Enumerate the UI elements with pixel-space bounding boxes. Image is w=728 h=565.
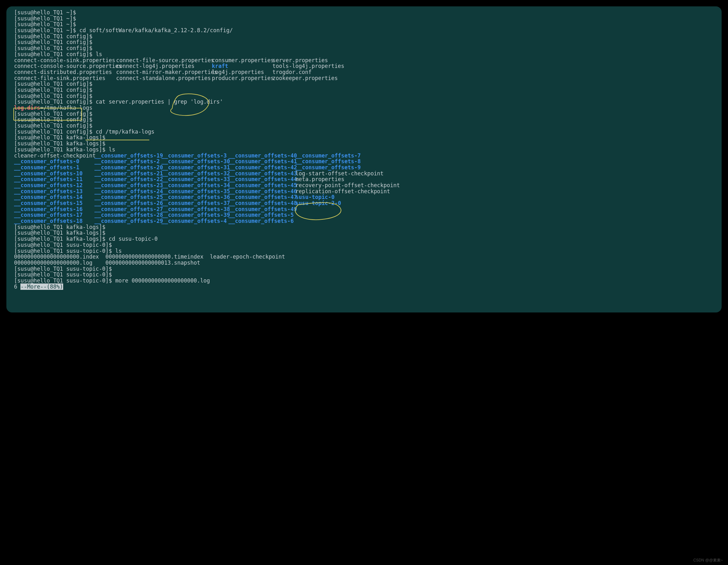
prompt-line: [susu@hello_TQ1 config]$ (14, 111, 714, 117)
directory-entry: __consumer_offsets-23 (94, 182, 163, 189)
file-entry: connect-file-sink.properties (14, 75, 106, 81)
ls-row: connect-console-source.propertiesconnect… (14, 63, 714, 69)
file-entry: connect-distributed.properties (14, 69, 112, 75)
ls-row: __consumer_offsets-15__consumer_offsets-… (14, 200, 714, 206)
prompt-line: [susu@hello_TQ1 susu-topic-0]$ (14, 266, 714, 272)
ls-row: __consumer_offsets-11__consumer_offsets-… (14, 176, 714, 182)
directory-entry: __consumer_offsets-45 (228, 182, 297, 189)
directory-entry: susu-topic-0 (295, 194, 335, 200)
directory-entry: __consumer_offsets-17 (14, 212, 83, 218)
directory-entry: __consumer_offsets-47 (228, 194, 297, 200)
file-entry: cleaner-offset-checkpoint (14, 152, 96, 159)
directory-entry: __consumer_offsets-13 (14, 188, 83, 195)
ls-row: cleaner-offset-checkpoint__consumer_offs… (14, 153, 714, 159)
directory-entry: __consumer_offsets-15 (14, 200, 83, 206)
file-entry: connect-console-source.properties (14, 63, 122, 69)
prompt-line: [susu@hello_TQ1 susu-topic-0]$ (14, 242, 714, 248)
directory-entry: __consumer_offsets-25 (94, 194, 163, 200)
directory-entry: __consumer_offsets-48 (228, 200, 297, 206)
prompt-line: [susu@hello_TQ1 config]$ (14, 123, 714, 129)
file-entry: tools-log4j.properties (272, 63, 344, 69)
prompt-line: [susu@hello_TQ1 config]$ (14, 39, 714, 45)
ls-row: connect-file-sink.propertiesconnect-stan… (14, 75, 714, 81)
file-entry: log4j.properties (212, 69, 264, 75)
directory-entry: __consumer_offsets-21 (94, 170, 163, 177)
ls-row: 00000000000000000000.index 0000000000000… (14, 254, 714, 260)
directory-entry: __consumer_offsets-18 (14, 218, 83, 224)
directory-entry: __consumer_offsets-11 (14, 176, 83, 182)
directory-entry: __consumer_offsets-1 (14, 164, 79, 171)
file-entry: connect-mirror-maker.properties (116, 69, 217, 75)
prompt-line: [susu@hello_TQ1 kafka-logs]$ (14, 224, 714, 230)
file-entry: consumer.properties (212, 57, 274, 63)
directory-entry: __consumer_offsets-43 (228, 170, 297, 177)
directory-entry: __consumer_offsets-14 (14, 194, 83, 200)
file-entry: log-start-offset-checkpoint (295, 170, 383, 177)
file-entry: connect-file-source.properties (116, 57, 214, 63)
directory-entry: __consumer_offsets-41 (228, 158, 297, 165)
directory-entry: __consumer_offsets-38 (161, 206, 230, 212)
directory-entry: __consumer_offsets-26 (94, 200, 163, 206)
file-entry: meta.properties (295, 176, 345, 182)
file-entry: zookeeper.properties (272, 75, 338, 81)
directory-entry: __consumer_offsets-29 (94, 218, 163, 224)
ls-row: __consumer_offsets-14__consumer_offsets-… (14, 194, 714, 200)
file-entry: replication-offset-checkpoint (295, 188, 390, 195)
prompt-line: [susu@hello_TQ1 config]$ ls (14, 51, 714, 57)
directory-entry: __consumer_offsets-0 (14, 158, 79, 165)
file-entry: producer.properties (212, 75, 274, 81)
directory-entry: __consumer_offsets-22 (94, 176, 163, 182)
ls-row: __consumer_offsets-13__consumer_offsets-… (14, 189, 714, 195)
directory-entry: __consumer_offsets-6 (228, 218, 294, 224)
file-entry: connect-console-sink.properties (14, 57, 115, 63)
prompt-line: [susu@hello_TQ1 kafka-logs]$ ls (14, 147, 714, 153)
directory-entry: __consumer_offsets-30 (161, 158, 230, 165)
prompt-line: [susu@hello_TQ1 susu-topic-0]$ ls (14, 248, 714, 254)
prompt-line: [susu@hello_TQ1 kafka-logs]$ (14, 141, 714, 147)
prompt-line: [susu@hello_TQ1 ~]$ (14, 16, 714, 22)
directory-entry: __consumer_offsets-24 (94, 188, 163, 195)
ls-row: __consumer_offsets-1__consumer_offsets-2… (14, 165, 714, 171)
ls-row: connect-console-sink.propertiesconnect-f… (14, 57, 714, 63)
directory-entry: susu-topic-2-0 (295, 200, 341, 206)
directory-entry: __consumer_offsets-31 (161, 164, 230, 171)
ls-row: __consumer_offsets-12__consumer_offsets-… (14, 182, 714, 189)
more-pager-line[interactable]: 6 --More--(88%) (14, 284, 714, 290)
directory-entry: __consumer_offsets-2 (94, 158, 160, 165)
ls-row: 00000000000000000000.log 000000000000000… (14, 260, 714, 266)
directory-entry: __consumer_offsets-40 (228, 152, 297, 159)
directory-entry: __consumer_offsets-46 (228, 188, 297, 195)
prompt-line: [susu@hello_TQ1 config]$ (14, 87, 714, 93)
grep-output: log.dirs=/tmp/kafka-logs (14, 105, 714, 111)
directory-entry: __consumer_offsets-3 (161, 152, 227, 159)
prompt-line: [susu@hello_TQ1 config]$ (14, 93, 714, 99)
directory-entry: __consumer_offsets-7 (295, 152, 361, 159)
directory-entry: __consumer_offsets-9 (295, 164, 361, 171)
prompt-line: [susu@hello_TQ1 kafka-logs]$ cd susu-top… (14, 236, 714, 242)
prompt-line: [susu@hello_TQ1 kafka-logs]$ (14, 135, 714, 141)
prompt-line: [susu@hello_TQ1 kafka-logs]$ (14, 230, 714, 236)
directory-entry: __consumer_offsets-36 (161, 194, 230, 200)
prompt-line: [susu@hello_TQ1 config]$ (14, 117, 714, 123)
file-entry: recovery-point-offset-checkpoint (295, 182, 400, 189)
directory-entry: __consumer_offsets-4 (161, 218, 227, 224)
directory-entry: kraft (212, 63, 228, 69)
directory-entry: __consumer_offsets-28 (94, 212, 163, 218)
directory-entry: __consumer_offsets-12 (14, 182, 83, 189)
prompt-line: [susu@hello_TQ1 susu-topic-0]$ (14, 272, 714, 278)
directory-entry: __consumer_offsets-33 (161, 176, 230, 182)
prompt-line: [susu@hello_TQ1 ~]$ cd soft/softWare/kaf… (14, 27, 714, 33)
terminal-window[interactable]: [susu@hello_TQ1 ~]$[susu@hello_TQ1 ~]$[s… (6, 6, 722, 312)
prompt-line: [susu@hello_TQ1 config]$ (14, 33, 714, 40)
prompt-line: [susu@hello_TQ1 config]$ (14, 45, 714, 51)
directory-entry: __consumer_offsets-8 (295, 158, 361, 165)
ls-row: __consumer_offsets-16__consumer_offsets-… (14, 206, 714, 212)
directory-entry: __consumer_offsets-5 (228, 212, 294, 218)
prompt-line: [susu@hello_TQ1 ~]$ (14, 10, 714, 16)
ls-row: __consumer_offsets-17__consumer_offsets-… (14, 212, 714, 218)
terminal-content[interactable]: [susu@hello_TQ1 ~]$[susu@hello_TQ1 ~]$[s… (14, 10, 714, 289)
prompt-line: [susu@hello_TQ1 config]$ cat server.prop… (14, 99, 714, 105)
directory-entry: __consumer_offsets-37 (161, 200, 230, 206)
prompt-line: [susu@hello_TQ1 ~]$ (14, 21, 714, 27)
more-pager-status: --More--(88%) (20, 283, 63, 290)
